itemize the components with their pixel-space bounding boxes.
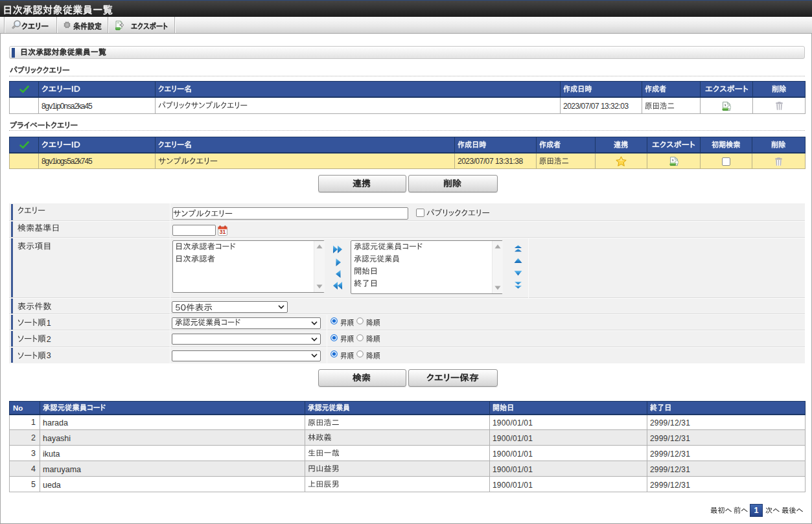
svg-text:31: 31 xyxy=(220,229,226,235)
